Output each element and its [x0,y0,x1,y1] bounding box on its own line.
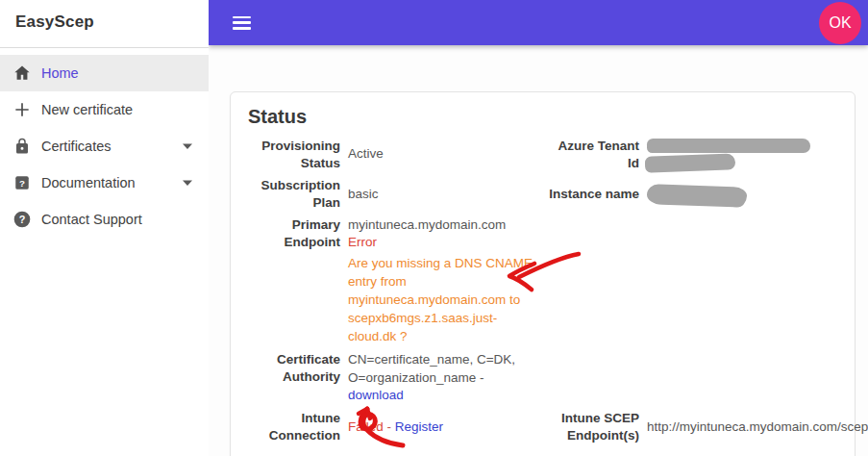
lock-icon [12,136,33,157]
help-square-icon: ? [12,172,33,193]
field-label-primary-endpoint: Primary Endpoint [248,216,340,250]
redaction-scribble [647,139,810,153]
status-fields: Provisioning Status Active Azure Tenant … [248,138,837,443]
main-content: Status Provisioning Status Active Azure … [209,45,868,456]
appbar: OK [209,0,868,45]
download-link[interactable]: download [348,388,404,402]
chevron-down-icon [182,179,193,187]
intune-connection-status: Failed [348,419,384,434]
sidebar-item-certificates[interactable]: Certificates [0,128,209,165]
chevron-down-icon [182,142,193,150]
sidebar-item-label: Documentation [41,175,182,190]
register-link[interactable]: Register [395,419,443,434]
field-value-instance-name [647,183,868,206]
redaction-scribble [645,153,736,172]
field-value-primary-endpoint: myintuneca.mydomain.com Error Are you mi… [348,216,535,345]
sidebar-item-contact-support[interactable]: ? Contact Support [0,201,209,238]
avatar[interactable]: OK [819,2,861,44]
help-circle-icon: ? [12,209,33,230]
dns-cname-warning: Are you missing a DNS CNAME entry from m… [348,254,535,346]
sidebar-item-new-certificate[interactable]: New certificate [0,91,209,128]
svg-text:?: ? [19,178,25,189]
field-value-certificate-authority: CN=certificate_name, C=DK, O=organizatio… [348,351,535,404]
card-title: Status [248,106,837,128]
app-title: EasyScep [15,13,193,32]
field-value-subscription-plan: basic [348,186,535,203]
sidebar-item-home[interactable]: Home [0,55,209,91]
sidebar-header: EasyScep [0,0,209,48]
sidebar-item-documentation[interactable]: ? Documentation [0,165,209,201]
menu-icon[interactable] [233,16,251,30]
sidebar-item-label: Certificates [41,139,182,154]
svg-text:?: ? [19,214,26,225]
field-value-intune-connection: Failed - Register [348,418,535,436]
certificate-authority-dn: CN=certificate_name, C=DK, O=organizatio… [348,352,515,384]
field-label-certificate-authority: Certificate Authority [248,351,340,385]
redaction-scribble [647,184,748,208]
primary-endpoint-error: Error [348,234,535,251]
field-label-subscription-plan: Subscription Plan [248,177,340,211]
field-value-azure-tenant-id [647,139,868,171]
sidebar-item-label: New certificate [41,102,193,117]
status-card: Status Provisioning Status Active Azure … [230,91,856,456]
separator: - [387,419,395,434]
primary-endpoint-host: myintuneca.mydomain.com [348,216,535,234]
easyscep-app: EasyScep Home New certificate Certificat… [0,0,868,456]
sidebar-item-label: Home [41,65,193,81]
field-value-intune-scep-endpoints: http://myintuneca.mydomain.com/scep [647,418,868,436]
field-label-azure-tenant-id: Azure Tenant Id [543,138,639,171]
field-label-instance-name: Instance name [543,186,639,203]
sidebar: EasyScep Home New certificate Certificat… [0,0,209,456]
home-icon [12,63,33,84]
sidebar-item-label: Contact Support [41,212,193,227]
field-label-intune-scep-endpoints: Intune SCEP Endpoint(s) [543,410,639,443]
field-label-provisioning-status: Provisioning Status [248,138,340,171]
field-value-provisioning-status: Active [348,145,535,163]
plus-icon [12,99,33,120]
sidebar-nav: Home New certificate Certificates ? [0,48,209,238]
field-label-intune-connection: Intune Connection [248,410,340,443]
